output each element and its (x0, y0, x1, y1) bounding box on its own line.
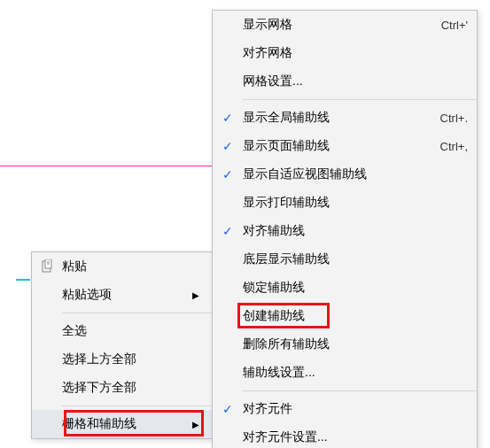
menu-label: 显示网格 (243, 17, 424, 33)
paste-icon (32, 259, 62, 274)
check-icon: ✓ (213, 224, 243, 238)
menu-label: 全选 (62, 323, 203, 339)
menu-label: 显示全局辅助线 (243, 110, 423, 126)
menu-label: 对齐元件设置... (243, 429, 468, 445)
menu-item-paste-options[interactable]: 粘贴选项 ▶ (32, 281, 212, 309)
menu-item-align-element-settings[interactable]: 对齐元件设置... (213, 423, 477, 448)
menu-label: 底层显示辅助线 (243, 251, 468, 267)
menu-label: 显示自适应视图辅助线 (243, 166, 468, 182)
menu-item-show-grid[interactable]: 显示网格 Ctrl+' (213, 11, 477, 39)
menu-item-grid-guides[interactable]: 栅格和辅助线 ▶ (32, 410, 212, 438)
menu-item-align-elements[interactable]: ✓ 对齐元件 (213, 395, 477, 423)
menu-label: 显示页面辅助线 (243, 138, 423, 154)
menu-label: 删除所有辅助线 (243, 336, 468, 352)
menu-item-show-print-guides[interactable]: 显示打印辅助线 (213, 189, 477, 217)
menu-label: 对齐辅助线 (243, 223, 468, 239)
menu-item-align-grid[interactable]: 对齐网格 (213, 39, 477, 67)
context-menu-left: 粘贴 粘贴选项 ▶ 全选 选择上方全部 选择下方全部 栅格和辅助线 ▶ (31, 251, 213, 439)
menu-label: 对齐元件 (243, 401, 468, 417)
separator (62, 406, 212, 406)
check-icon: ✓ (213, 402, 243, 416)
horizontal-guide-line (0, 166, 213, 166)
submenu-arrow-icon: ▶ (189, 290, 203, 300)
ruler-tick (16, 279, 30, 281)
shortcut: Ctrl+. (423, 112, 468, 125)
menu-item-delete-all-guides[interactable]: 删除所有辅助线 (213, 330, 477, 359)
menu-item-select-above[interactable]: 选择上方全部 (32, 345, 212, 374)
menu-label: 粘贴选项 (62, 287, 189, 303)
menu-label: 栅格和辅助线 (62, 416, 189, 432)
menu-label: 创建辅助线 (243, 308, 468, 324)
menu-label: 网格设置... (243, 73, 468, 89)
menu-item-bottom-layer-guides[interactable]: 底层显示辅助线 (213, 245, 477, 274)
context-menu-right: 显示网格 Ctrl+' 对齐网格 网格设置... ✓ 显示全局辅助线 Ctrl+… (212, 10, 478, 448)
separator (243, 390, 477, 391)
menu-item-grid-settings[interactable]: 网格设置... (213, 67, 477, 96)
menu-label: 锁定辅助线 (243, 280, 468, 296)
menu-item-show-adaptive-guides[interactable]: ✓ 显示自适应视图辅助线 (213, 160, 477, 189)
check-icon: ✓ (213, 139, 243, 153)
menu-label: 对齐网格 (243, 45, 468, 61)
menu-item-guide-settings[interactable]: 辅助线设置... (213, 359, 477, 387)
menu-item-lock-guides[interactable]: 锁定辅助线 (213, 274, 477, 302)
shortcut: Ctrl+' (424, 19, 468, 32)
menu-label: 选择下方全部 (62, 380, 203, 396)
menu-item-align-guides[interactable]: ✓ 对齐辅助线 (213, 217, 477, 245)
menu-label: 选择上方全部 (62, 351, 203, 367)
submenu-arrow-icon: ▶ (189, 420, 203, 429)
check-icon: ✓ (213, 167, 243, 182)
menu-item-show-page-guides[interactable]: ✓ 显示页面辅助线 Ctrl+, (213, 132, 477, 160)
menu-label: 辅助线设置... (243, 365, 468, 381)
check-icon: ✓ (213, 111, 243, 125)
menu-label: 显示打印辅助线 (243, 195, 468, 211)
menu-label: 粘贴 (62, 259, 203, 274)
shortcut: Ctrl+, (423, 140, 468, 153)
menu-item-create-guide[interactable]: 创建辅助线 (213, 302, 477, 330)
menu-item-select-all[interactable]: 全选 (32, 317, 212, 345)
menu-item-paste[interactable]: 粘贴 (32, 252, 212, 281)
separator (62, 313, 212, 313)
menu-item-show-global-guides[interactable]: ✓ 显示全局辅助线 Ctrl+. (213, 104, 477, 132)
separator (243, 99, 477, 100)
menu-item-select-below[interactable]: 选择下方全部 (32, 374, 212, 402)
